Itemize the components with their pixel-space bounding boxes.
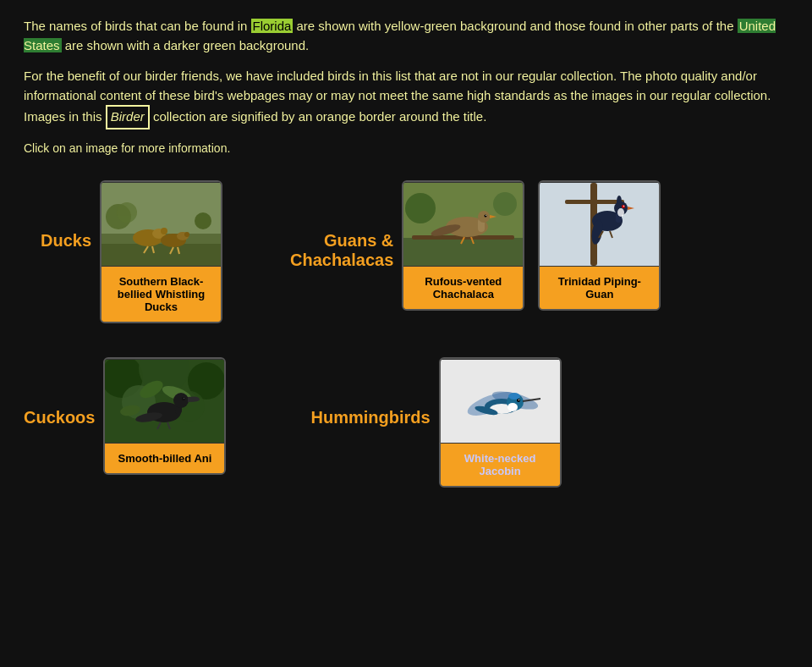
florida-highlight: Florida — [251, 19, 294, 33]
svg-point-28 — [405, 193, 436, 223]
card-title-white-necked[interactable]: White-necked Jacobin — [441, 444, 560, 486]
card-southern-black-bellied[interactable]: Southern Black-bellied Whistling Ducks — [100, 180, 222, 323]
category-hummingbirds: Hummingbirds — [310, 357, 561, 488]
svg-point-38 — [617, 196, 622, 207]
svg-point-24 — [485, 214, 487, 217]
cuckoos-cards: Smooth-billed Ani — [103, 357, 226, 475]
cuckoos-label: Cuckoos — [24, 408, 95, 427]
category-guans: Guans &Chachalacas — [290, 180, 661, 323]
row-group-1: Ducks — [24, 180, 788, 323]
svg-point-41 — [623, 205, 624, 206]
svg-point-58 — [184, 397, 185, 399]
svg-point-10 — [184, 232, 189, 237]
guans-label: Guans &Chachalacas — [290, 231, 393, 270]
svg-point-67 — [508, 403, 518, 411]
svg-rect-2 — [102, 244, 221, 266]
svg-point-5 — [161, 228, 167, 234]
svg-point-29 — [493, 192, 517, 216]
card-smooth-billed[interactable]: Smooth-billed Ani — [103, 357, 226, 475]
guans-cards: Rufous-vented Chachalaca — [402, 180, 661, 311]
card-image-piping — [540, 182, 659, 267]
hummingbirds-label: Hummingbirds — [310, 408, 430, 427]
click-info: Click on an image for more information. — [24, 141, 788, 155]
svg-point-72 — [508, 393, 520, 400]
svg-point-56 — [173, 393, 189, 408]
svg-point-37 — [617, 208, 624, 217]
svg-point-69 — [517, 399, 520, 402]
us-highlight: United States — [24, 19, 776, 52]
svg-point-40 — [622, 205, 625, 208]
svg-rect-17 — [403, 238, 523, 266]
card-title-trinidad-piping[interactable]: Trinidad Piping-Guan — [540, 267, 659, 309]
ducks-cards: Southern Black-bellied Whistling Ducks — [100, 180, 222, 323]
card-white-necked[interactable]: White-necked Jacobin — [439, 357, 562, 488]
card-title-southern-black-bellied[interactable]: Southern Black-bellied Whistling Ducks — [102, 267, 221, 322]
svg-point-22 — [478, 211, 490, 223]
svg-point-70 — [518, 399, 518, 400]
svg-rect-32 — [565, 200, 624, 204]
card-image-hummingbird — [441, 359, 560, 444]
category-cuckoos: Cuckoos — [24, 357, 226, 488]
svg-point-14 — [117, 202, 137, 223]
row-group-2: Cuckoos — [24, 357, 788, 488]
hummingbirds-cards: White-necked Jacobin — [439, 357, 562, 488]
card-rufous-vented[interactable]: Rufous-vented Chachalaca — [402, 180, 524, 311]
intro-paragraph-1: The names of birds that can be found in … — [24, 17, 788, 55]
card-title-smooth-billed[interactable]: Smooth-billed Ani — [105, 444, 224, 473]
birder-box: Birder — [106, 105, 150, 130]
card-title-rufous-vented[interactable]: Rufous-vented Chachalaca — [403, 267, 523, 309]
svg-point-25 — [486, 215, 486, 216]
svg-point-15 — [195, 212, 211, 229]
category-ducks: Ducks — [24, 180, 222, 323]
ducks-label: Ducks — [24, 231, 91, 251]
intro-paragraph-2: For the benefit of our birder friends, w… — [24, 67, 788, 130]
card-image-guan — [403, 182, 523, 267]
card-image-cuckoo — [105, 359, 224, 444]
card-image-duck — [102, 182, 221, 267]
card-trinidad-piping[interactable]: Trinidad Piping-Guan — [538, 180, 661, 311]
